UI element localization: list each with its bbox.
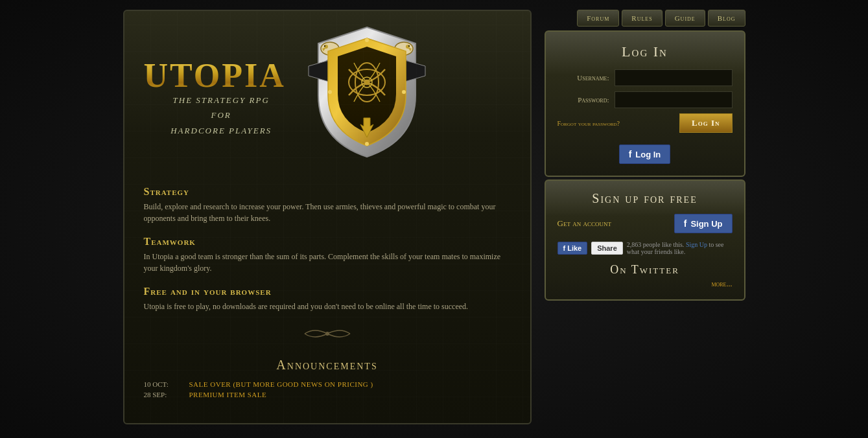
signup-row: Get an account f Sign Up — [557, 214, 733, 233]
ann-link-0[interactable]: Sale over (but more good news on pricing… — [189, 380, 373, 388]
strategy-title: Strategy — [144, 186, 511, 198]
logo-title: UTOPIA — [144, 59, 286, 93]
free-title: Free and in your browser — [144, 286, 511, 297]
free-section: Free and in your browser Utopia is free … — [144, 286, 511, 312]
forgot-password-link[interactable]: Forgot your password? — [557, 120, 620, 127]
guide-nav-btn[interactable]: Guide — [665, 10, 705, 27]
fb-signup-inline-link[interactable]: Sign Up — [686, 241, 707, 248]
shield-logo — [305, 24, 428, 160]
facebook-like-button[interactable]: f Like — [557, 242, 588, 255]
fb-share-label: Share — [597, 244, 617, 252]
facebook-signup-icon: f — [684, 218, 687, 229]
twitter-section: On Twitter more... — [557, 263, 733, 289]
forgot-row: Forgot your password? Log In — [557, 113, 733, 133]
login-box: Log In Username: Password: Forgot your p… — [545, 30, 745, 177]
twitter-more-link[interactable]: more... — [557, 279, 733, 289]
username-label: Username: — [557, 74, 609, 82]
teamwork-body: In Utopia a good team is stronger than t… — [144, 251, 511, 274]
svg-point-13 — [402, 90, 406, 94]
login-button[interactable]: Log In — [679, 113, 732, 133]
blog-nav-btn[interactable]: Blog — [708, 10, 745, 27]
signup-box: Sign up for free Get an account f Sign U… — [545, 179, 745, 301]
teamwork-section: Teamwork In Utopia a good team is strong… — [144, 236, 511, 274]
ornament-divider — [144, 324, 511, 348]
fb-signup-label: Sign Up — [690, 219, 722, 229]
svg-point-5 — [408, 45, 410, 47]
teamwork-title: Teamwork — [144, 236, 511, 248]
facebook-login-button[interactable]: f Log In — [619, 144, 671, 164]
svg-point-14 — [325, 332, 329, 336]
ann-date-0: 10 Oct: — [144, 380, 183, 388]
ann-date-1: 28 Sep: — [144, 391, 183, 398]
rules-nav-btn[interactable]: Rules — [622, 10, 662, 27]
strategy-section: Strategy Build, explore and research to … — [144, 186, 511, 224]
announcement-item-0: 10 Oct: Sale over (but more good news on… — [144, 380, 511, 388]
top-nav: Forum Rules Guide Blog — [545, 10, 745, 27]
svg-point-12 — [328, 90, 332, 94]
facebook-share-button[interactable]: Share — [591, 242, 623, 255]
logo-group: UTOPIA The Strategy RPG for Hardcore Pla… — [144, 52, 299, 138]
password-row: Password: — [557, 91, 733, 108]
svg-point-10 — [365, 38, 369, 42]
announcements-title: Announcements — [144, 358, 511, 373]
right-panel: Forum Rules Guide Blog Log In Username: … — [545, 10, 745, 424]
facebook-signup-button[interactable]: f Sign Up — [674, 214, 733, 233]
forum-nav-btn[interactable]: Forum — [577, 10, 619, 27]
free-body: Utopia is free to play, no downloads are… — [144, 301, 511, 312]
strategy-body: Build, explore and research to increase … — [144, 201, 511, 224]
username-input[interactable] — [615, 69, 733, 86]
svg-point-9 — [365, 80, 369, 84]
header-area: UTOPIA The Strategy RPG for Hardcore Pla… — [144, 24, 511, 167]
fb-login-label: Log In — [635, 150, 661, 159]
facebook-icon: f — [629, 149, 632, 159]
tagline-text: The Strategy RPG for Hardcore Players — [170, 93, 272, 138]
svg-point-2 — [324, 45, 325, 47]
get-account-text: Get an account — [557, 218, 611, 229]
fb-like-icon: f — [563, 244, 566, 252]
username-row: Username: — [557, 69, 733, 86]
signup-title: Sign up for free — [557, 191, 733, 206]
tagline: The Strategy RPG for Hardcore Players — [170, 93, 272, 138]
announcement-item-1: 28 Sep: Premium item sale — [144, 391, 511, 398]
login-title: Log In — [557, 43, 733, 60]
fb-like-label: Like — [567, 244, 581, 252]
ann-link-1[interactable]: Premium item sale — [189, 391, 267, 398]
fb-like-count-text: 2,863 people like this. Sign Up to see w… — [627, 241, 733, 255]
password-label: Password: — [557, 96, 609, 104]
fb-like-row: f Like Share 2,863 people like this. Sig… — [557, 241, 733, 255]
twitter-title: On Twitter — [557, 263, 733, 277]
main-panel: UTOPIA The Strategy RPG for Hardcore Pla… — [123, 10, 532, 424]
password-input[interactable] — [615, 91, 733, 108]
svg-point-11 — [365, 142, 369, 146]
